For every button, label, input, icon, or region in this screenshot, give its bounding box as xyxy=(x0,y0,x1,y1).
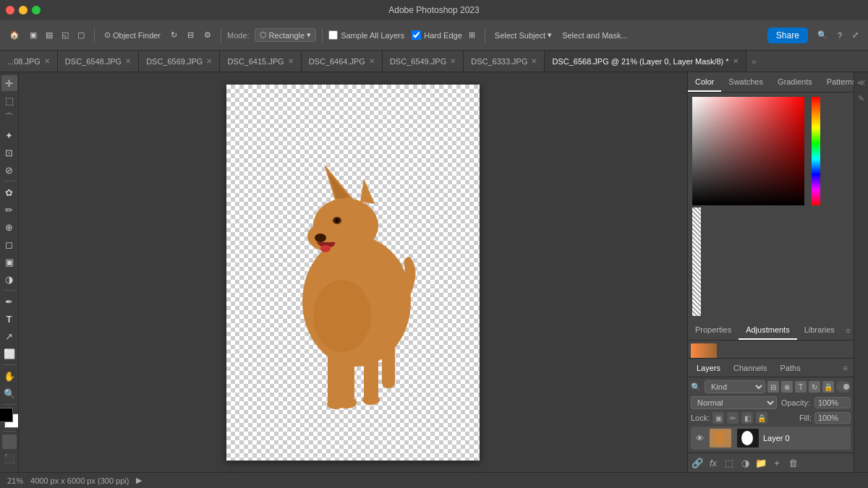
hand-tool[interactable]: ✋ xyxy=(1,368,17,384)
tab-close-2[interactable]: ✕ xyxy=(206,57,212,65)
dodge-tool[interactable]: ◑ xyxy=(1,271,17,287)
tab-1[interactable]: DSC_6548.JPG ✕ xyxy=(58,51,139,72)
eraser-tool[interactable]: ◻ xyxy=(1,236,17,252)
color-swatches[interactable] xyxy=(0,408,19,428)
sample-all-layers-checkbox[interactable] xyxy=(328,30,338,40)
learn-button[interactable]: ? xyxy=(834,29,846,42)
color-saturation-field[interactable] xyxy=(692,97,804,205)
minimize-button[interactable] xyxy=(19,6,27,14)
lock-artboard-button[interactable]: ◧ xyxy=(741,412,753,424)
object-finder-button[interactable]: ⊙ Object Finder xyxy=(101,28,164,42)
tab-3[interactable]: DSC_6415.JPG ✕ xyxy=(220,51,301,72)
selection-tool[interactable]: ⬚ xyxy=(1,93,17,108)
tab-paths[interactable]: Paths xyxy=(775,359,807,377)
tab-6[interactable]: DSC_6333.JPG ✕ xyxy=(464,51,545,72)
link-layers-button[interactable]: 🔗 xyxy=(691,456,704,469)
option-btn-4[interactable]: ▢ xyxy=(74,28,88,42)
collapse-panel-button[interactable]: ≪ xyxy=(856,77,867,88)
foreground-color-swatch[interactable] xyxy=(0,408,13,422)
move-tool[interactable]: ✛ xyxy=(1,75,17,91)
quick-mask-button[interactable] xyxy=(2,435,17,449)
refresh-button[interactable]: ↻ xyxy=(167,28,181,42)
shape-tool[interactable]: ⬜ xyxy=(1,346,17,361)
selection-options-button[interactable]: ⊟ xyxy=(184,28,197,42)
adjustment-layer-button[interactable]: ◑ xyxy=(739,456,752,469)
tab-libraries[interactable]: Libraries xyxy=(797,320,842,340)
tab-gradients[interactable]: Gradients xyxy=(770,72,820,92)
filter-toggle[interactable] xyxy=(836,381,851,393)
tab-5[interactable]: DSC_6549.JPG ✕ xyxy=(383,51,464,72)
filter-kind-select[interactable]: Kind xyxy=(705,380,765,393)
close-button[interactable] xyxy=(6,6,14,14)
hue-slider[interactable] xyxy=(812,97,820,205)
tab-channels[interactable]: Channels xyxy=(728,359,773,377)
tab-close-5[interactable]: ✕ xyxy=(450,57,456,65)
share-button[interactable]: Share xyxy=(767,27,808,43)
option-btn-1[interactable]: ▣ xyxy=(26,28,41,42)
maximize-button[interactable] xyxy=(32,6,41,14)
tab-swatches[interactable]: Swatches xyxy=(721,72,770,92)
group-layer-button[interactable]: 📁 xyxy=(754,456,767,469)
eyedropper-tool[interactable]: ⊘ xyxy=(1,162,17,178)
option-btn-2[interactable]: ▤ xyxy=(42,28,56,42)
tab-7-active[interactable]: DSC_6568.JPG @ 21% (Layer 0, Layer Mask/… xyxy=(545,51,746,72)
extra-option-button[interactable]: ⊞ xyxy=(465,28,479,42)
tab-layers[interactable]: Layers xyxy=(691,359,726,377)
filter-icon-2[interactable]: ⊕ xyxy=(781,381,793,393)
tab-adjustments[interactable]: Adjustments xyxy=(739,320,797,340)
search-button[interactable]: 🔍 xyxy=(814,28,831,42)
tab-properties[interactable]: Properties xyxy=(688,320,739,340)
adj-panel-menu-button[interactable]: ≡ xyxy=(843,326,854,335)
add-mask-button[interactable]: ⬚ xyxy=(723,456,736,469)
color-picker-area[interactable] xyxy=(692,97,849,316)
opacity-slider[interactable] xyxy=(692,207,701,316)
hard-edge-checkbox[interactable] xyxy=(412,30,421,40)
tab-close-3[interactable]: ✕ xyxy=(288,57,294,65)
opacity-input[interactable] xyxy=(814,397,851,408)
magic-wand-tool[interactable]: ✦ xyxy=(1,127,17,143)
brush-tool[interactable]: ✏ xyxy=(1,202,17,218)
option-btn-3[interactable]: ◱ xyxy=(58,28,72,42)
delete-layer-button[interactable]: 🗑 xyxy=(786,456,799,469)
fill-input[interactable] xyxy=(814,412,851,424)
lasso-tool[interactable]: ⌒ xyxy=(1,110,17,126)
filter-icon-4[interactable]: ↻ xyxy=(809,381,820,393)
tab-0[interactable]: ...08.JPG ✕ xyxy=(0,51,58,72)
crop-tool[interactable]: ⊡ xyxy=(1,145,17,160)
screen-mode-button[interactable]: ⬛ xyxy=(1,450,17,466)
layer-0-row[interactable]: 👁 Layer 0 xyxy=(691,427,851,450)
layers-panel-menu-button[interactable]: ≡ xyxy=(841,364,851,372)
select-subject-button[interactable]: Select Subject ▾ xyxy=(491,28,556,42)
path-selection-tool[interactable]: ↗ xyxy=(1,328,17,344)
tab-close-1[interactable]: ✕ xyxy=(125,57,131,65)
tab-close-6[interactable]: ✕ xyxy=(531,57,537,65)
pen-tool[interactable]: ✒ xyxy=(1,294,17,309)
mode-dropdown[interactable]: ⬡ Rectangle ▾ xyxy=(255,28,317,42)
top-preset-thumb[interactable] xyxy=(691,343,717,358)
layer-visibility-toggle[interactable]: 👁 xyxy=(694,432,705,444)
home-button[interactable]: 🏠 xyxy=(6,28,23,42)
tab-close-4[interactable]: ✕ xyxy=(369,57,375,65)
tab-color[interactable]: Color xyxy=(688,72,721,92)
clone-tool[interactable]: ⊕ xyxy=(1,219,17,235)
filter-icon-5[interactable]: 🔒 xyxy=(822,381,834,393)
tab-close-7[interactable]: ✕ xyxy=(733,57,739,65)
filter-icon-3[interactable]: T xyxy=(795,381,807,393)
expand-button[interactable]: ⤢ xyxy=(848,28,862,42)
zoom-tool[interactable]: 🔍 xyxy=(1,385,17,401)
blend-mode-select[interactable]: Normal xyxy=(691,396,777,409)
window-controls[interactable] xyxy=(6,6,41,14)
lock-pixels-button[interactable]: ▣ xyxy=(712,412,724,424)
settings-button[interactable]: ⚙ xyxy=(200,28,215,42)
tabs-overflow-button[interactable]: » xyxy=(746,57,762,66)
fx-button[interactable]: fx xyxy=(707,456,720,469)
info-arrow[interactable]: ▶ xyxy=(136,476,142,485)
tab-4[interactable]: DSC_6464.JPG ✕ xyxy=(302,51,383,72)
canvas-container[interactable] xyxy=(19,72,687,472)
spot-heal-tool[interactable]: ✿ xyxy=(1,184,17,200)
text-tool[interactable]: T xyxy=(1,311,17,327)
tab-2[interactable]: DSC_6569.JPG ✕ xyxy=(139,51,220,72)
filter-icon-1[interactable]: ⊟ xyxy=(767,381,779,393)
gradient-tool[interactable]: ▣ xyxy=(1,254,17,270)
lock-all-button[interactable]: 🔒 xyxy=(756,412,767,424)
